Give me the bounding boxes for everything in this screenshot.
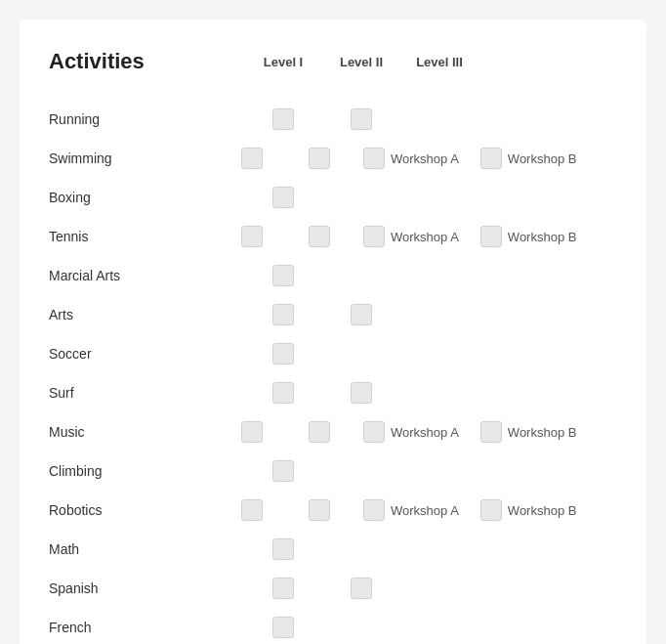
activity-name: Boxing bbox=[49, 190, 244, 205]
level2-cell bbox=[286, 421, 354, 443]
workshop-b-checkbox[interactable] bbox=[480, 226, 502, 247]
activity-row: Soccer bbox=[49, 336, 617, 371]
level1-checkbox[interactable] bbox=[272, 187, 294, 208]
level2-cell bbox=[322, 108, 400, 130]
activity-row: Arts bbox=[49, 297, 617, 332]
activity-row: French bbox=[49, 610, 617, 644]
activity-name: Climbing bbox=[49, 463, 244, 479]
level1-checkbox[interactable] bbox=[272, 617, 294, 638]
workshop-a-label: Workshop A bbox=[391, 230, 459, 244]
activity-row: TennisWorkshop AWorkshop B bbox=[49, 219, 617, 254]
level1-checkbox[interactable] bbox=[272, 382, 294, 404]
activities-list: RunningSwimmingWorkshop AWorkshop BBoxin… bbox=[49, 102, 617, 644]
header-row: Activities Level I Level II Level III bbox=[49, 49, 617, 82]
activity-name: Running bbox=[49, 111, 244, 127]
level1-checkbox[interactable] bbox=[272, 460, 294, 482]
level1-cell bbox=[244, 343, 322, 365]
level2-cell bbox=[322, 304, 400, 325]
activity-name: Surf bbox=[49, 385, 244, 401]
level2-checkbox[interactable] bbox=[351, 578, 372, 599]
level1-checkbox[interactable] bbox=[241, 226, 263, 247]
workshop-a-checkbox[interactable] bbox=[363, 226, 385, 247]
activity-row: Marcial Arts bbox=[49, 258, 617, 293]
level1-checkbox[interactable] bbox=[272, 265, 294, 286]
activity-row: RoboticsWorkshop AWorkshop B bbox=[49, 493, 617, 528]
activity-row: Spanish bbox=[49, 571, 617, 606]
workshop-cell: Workshop AWorkshop B bbox=[363, 148, 617, 169]
level1-checkbox[interactable] bbox=[272, 538, 294, 560]
activity-name: Spanish bbox=[49, 580, 244, 596]
level1-cell bbox=[218, 499, 285, 521]
level2-header: Level II bbox=[322, 55, 400, 69]
level1-cell bbox=[244, 382, 322, 404]
level1-checkbox[interactable] bbox=[241, 148, 263, 169]
activity-row: Surf bbox=[49, 375, 617, 410]
level1-checkbox[interactable] bbox=[241, 421, 263, 443]
level2-checkbox[interactable] bbox=[351, 108, 372, 130]
activity-name: Arts bbox=[49, 307, 244, 322]
level1-cell bbox=[218, 226, 285, 247]
activity-name: Robotics bbox=[49, 502, 218, 518]
activity-name: Tennis bbox=[49, 229, 218, 244]
workshop-cell: Workshop AWorkshop B bbox=[363, 226, 617, 247]
activity-row: Math bbox=[49, 532, 617, 567]
level1-cell bbox=[218, 148, 285, 169]
workshop-a-checkbox[interactable] bbox=[363, 499, 385, 521]
workshop-b-label: Workshop B bbox=[508, 151, 577, 166]
level1-cell bbox=[244, 187, 322, 208]
level1-checkbox[interactable] bbox=[272, 304, 294, 325]
workshop-a-label: Workshop A bbox=[391, 151, 459, 166]
activity-name: French bbox=[49, 620, 244, 635]
workshop-b-checkbox[interactable] bbox=[480, 499, 502, 521]
level1-cell bbox=[244, 108, 322, 130]
level1-cell bbox=[218, 421, 285, 443]
workshop-b-label: Workshop B bbox=[508, 425, 577, 440]
level1-checkbox[interactable] bbox=[272, 343, 294, 365]
activity-row: Climbing bbox=[49, 453, 617, 489]
level2-cell bbox=[322, 578, 400, 599]
activity-name: Math bbox=[49, 541, 244, 557]
workshop-a-label: Workshop A bbox=[391, 503, 459, 518]
workshop-a-checkbox[interactable] bbox=[363, 421, 385, 443]
level2-cell bbox=[286, 499, 354, 521]
activity-row: SwimmingWorkshop AWorkshop B bbox=[49, 141, 617, 176]
workshop-cell: Workshop AWorkshop B bbox=[363, 421, 617, 443]
activity-row: Boxing bbox=[49, 180, 617, 215]
workshop-b-label: Workshop B bbox=[508, 230, 577, 244]
level3-header: Level III bbox=[400, 55, 479, 69]
activity-row: Running bbox=[49, 102, 617, 137]
activity-name: Marcial Arts bbox=[49, 268, 244, 283]
workshop-cell: Workshop AWorkshop B bbox=[363, 499, 617, 521]
workshop-b-label: Workshop B bbox=[508, 503, 577, 518]
activity-name: Music bbox=[49, 424, 218, 440]
workshop-a-checkbox[interactable] bbox=[363, 148, 385, 169]
level2-cell bbox=[286, 226, 354, 247]
level2-checkbox[interactable] bbox=[351, 382, 372, 404]
level1-header: Level I bbox=[244, 55, 322, 69]
main-container: Activities Level I Level II Level III Ru… bbox=[20, 20, 646, 644]
level2-checkbox[interactable] bbox=[309, 226, 330, 247]
activity-name: Swimming bbox=[49, 150, 218, 166]
workshop-b-checkbox[interactable] bbox=[480, 421, 502, 443]
level1-cell bbox=[244, 617, 322, 638]
activity-name: Soccer bbox=[49, 346, 244, 362]
level1-cell bbox=[244, 460, 322, 482]
level2-checkbox[interactable] bbox=[309, 499, 330, 521]
level1-checkbox[interactable] bbox=[241, 499, 263, 521]
level1-cell bbox=[244, 304, 322, 325]
level2-checkbox[interactable] bbox=[309, 421, 330, 443]
level1-cell bbox=[244, 265, 322, 286]
level2-checkbox[interactable] bbox=[309, 148, 330, 169]
workshop-b-checkbox[interactable] bbox=[480, 148, 502, 169]
level1-checkbox[interactable] bbox=[272, 108, 294, 130]
level1-cell bbox=[244, 578, 322, 599]
level1-cell bbox=[244, 538, 322, 560]
level2-cell bbox=[322, 382, 400, 404]
activity-row: MusicWorkshop AWorkshop B bbox=[49, 414, 617, 450]
workshop-a-label: Workshop A bbox=[391, 425, 459, 440]
level1-checkbox[interactable] bbox=[272, 578, 294, 599]
level2-checkbox[interactable] bbox=[351, 304, 372, 325]
level2-cell bbox=[286, 148, 354, 169]
activities-header: Activities bbox=[49, 49, 244, 74]
